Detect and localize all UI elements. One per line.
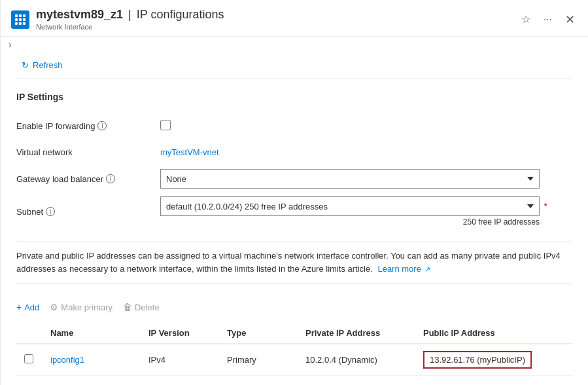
make-primary-icon: ⚙ <box>50 302 58 312</box>
delete-label: Delete <box>135 302 160 312</box>
row-ip-version-cell: IPv4 <box>141 344 219 376</box>
gateway-lb-label: Gateway load balancer i <box>16 174 160 184</box>
refresh-label: Refresh <box>33 60 63 70</box>
external-link-icon: ↗ <box>424 265 430 273</box>
info-message-text: Private and public IP addresses can be a… <box>16 251 561 274</box>
content-toolbar: ↻ Refresh <box>16 50 572 79</box>
gateway-lb-value: None <box>160 169 572 189</box>
ip-configurations-panel: mytestvm89_z1 | IP configurations Networ… <box>0 0 588 385</box>
subnet-row: Subnet i default (10.2.0.0/24) 250 free … <box>16 192 572 230</box>
settings-grid: Enable IP forwarding i Virtual network m… <box>16 113 572 230</box>
col-header-type: Type <box>219 323 298 344</box>
add-label: Add <box>24 302 39 312</box>
delete-icon: 🗑 <box>123 302 132 312</box>
gateway-lb-row: Gateway load balancer i None <box>16 165 572 192</box>
enable-forwarding-row: Enable IP forwarding i <box>16 113 572 139</box>
col-header-ip-version: IP Version <box>141 323 219 344</box>
subnet-dropdown[interactable]: default (10.2.0.0/24) 250 free IP addres… <box>160 196 540 216</box>
favorite-icon[interactable]: ☆ <box>519 10 533 28</box>
virtual-network-row: Virtual network myTestVM-vnet <box>16 139 572 165</box>
panel-content: ↻ Refresh IP Settings Enable IP forwardi… <box>1 50 588 385</box>
title-divider: | <box>128 8 131 22</box>
row-private-ip-cell: 10.2.0.4 (Dynamic) <box>298 344 415 376</box>
resource-icon <box>11 10 29 29</box>
col-header-checkbox <box>16 323 43 344</box>
public-ip-highlighted: 13.92.61.76 (myPublicIP) <box>423 351 532 369</box>
close-icon[interactable]: ✕ <box>562 10 578 29</box>
nav-chevron-container: › <box>1 37 588 50</box>
network-interface-icon <box>15 14 26 25</box>
info-message-box: Private and public IP addresses can be a… <box>16 241 572 284</box>
table-row: ipconfig1 IPv4 Primary 10.2.0.4 (Dynamic… <box>16 344 572 376</box>
delete-button[interactable]: 🗑 Delete <box>123 299 160 315</box>
virtual-network-value: myTestVM-vnet <box>160 147 572 157</box>
header-actions: ☆ ··· ✕ <box>519 10 578 29</box>
row-checkbox-cell <box>16 344 43 376</box>
make-primary-button[interactable]: ⚙ Make primary <box>50 299 112 315</box>
subnet-info-icon[interactable]: i <box>46 207 55 216</box>
refresh-button[interactable]: ↻ Refresh <box>16 58 68 73</box>
resource-type: Network Interface <box>36 23 519 31</box>
subnet-label: Subnet i <box>16 207 160 217</box>
ipconfig-link[interactable]: ipconfig1 <box>50 355 84 365</box>
ip-settings-title: IP Settings <box>16 92 572 102</box>
enable-forwarding-info-icon[interactable]: i <box>97 121 107 130</box>
row-name-cell: ipconfig1 <box>43 344 141 376</box>
enable-forwarding-label: Enable IP forwarding i <box>16 121 160 131</box>
col-header-public-ip: Public IP Address <box>415 323 572 344</box>
virtual-network-label: Virtual network <box>16 147 160 157</box>
enable-forwarding-checkbox[interactable] <box>160 120 171 130</box>
col-header-private-ip: Private IP Address <box>298 323 415 344</box>
make-primary-label: Make primary <box>61 302 112 312</box>
ip-config-table: Name IP Version Type Private IP Address … <box>16 323 572 376</box>
table-toolbar: + Add ⚙ Make primary 🗑 Delete <box>16 294 572 320</box>
gateway-lb-info-icon[interactable]: i <box>106 174 115 183</box>
col-header-name: Name <box>43 323 141 344</box>
table-header-row: Name IP Version Type Private IP Address … <box>16 323 572 344</box>
page-title: IP configurations <box>137 8 224 22</box>
row-checkbox[interactable] <box>24 354 33 363</box>
add-icon: + <box>16 302 22 312</box>
title-row: mytestvm89_z1 | IP configurations <box>36 8 519 22</box>
required-indicator: * <box>544 201 547 211</box>
free-ip-note: 250 free IP addresses <box>160 217 540 227</box>
resource-name: mytestvm89_z1 <box>36 8 123 22</box>
refresh-icon: ↻ <box>22 60 29 70</box>
add-button[interactable]: + Add <box>16 299 39 315</box>
gateway-lb-dropdown[interactable]: None <box>160 169 540 189</box>
row-public-ip-cell: 13.92.61.76 (myPublicIP) <box>415 344 572 376</box>
row-type-cell: Primary <box>219 344 298 376</box>
more-options-icon[interactable]: ··· <box>541 11 555 28</box>
panel-header: mytestvm89_z1 | IP configurations Networ… <box>1 0 588 37</box>
enable-forwarding-value <box>160 120 572 132</box>
virtual-network-link[interactable]: myTestVM-vnet <box>160 147 219 157</box>
header-titles: mytestvm89_z1 | IP configurations Networ… <box>36 8 519 31</box>
learn-more-link[interactable]: Learn more <box>377 264 421 274</box>
subnet-value: default (10.2.0.0/24) 250 free IP addres… <box>160 196 572 227</box>
